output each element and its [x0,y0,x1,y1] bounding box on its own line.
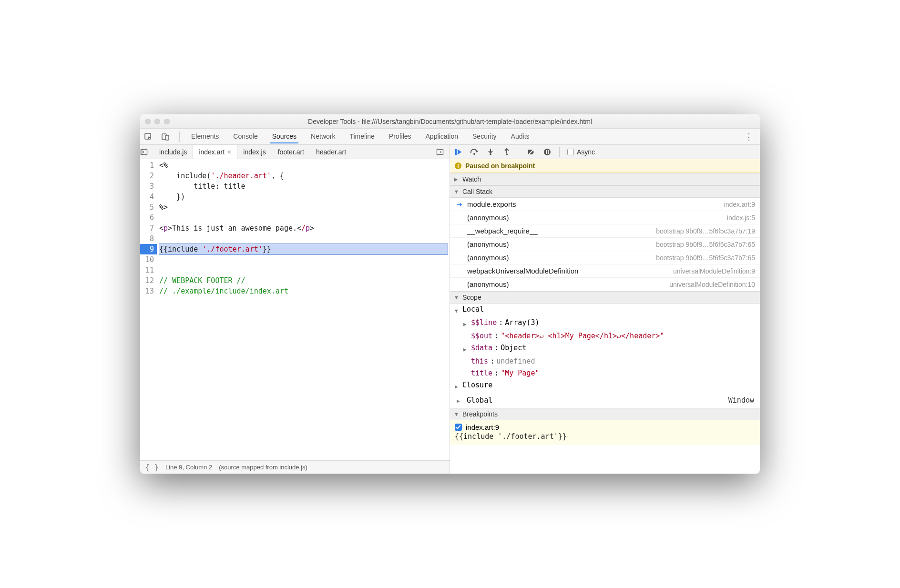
scope-section-header[interactable]: ▼ Scope [450,291,760,304]
navigator-toggle-icon[interactable] [140,148,153,156]
svg-rect-2 [165,135,169,140]
breakpoint-item[interactable]: index.art:9 [455,423,755,431]
frame-location: index.art:9 [724,201,755,208]
svg-point-9 [506,153,508,155]
source-map-info: (source mapped from include.js) [219,464,307,471]
panel-tabs-bar: ElementsConsoleSourcesNetworkTimelinePro… [140,129,760,145]
callstack-frame[interactable]: (anonymous)bootstrap 9b0f9…5f6f5c3a7b7:6… [450,251,760,264]
code-editor[interactable]: 12345678910111213 <% include('./header.a… [140,159,450,460]
svg-point-8 [490,153,491,155]
scope-variable[interactable]: $$out: "<header>↵ <h1>My Page</h1>↵</hea… [450,330,760,342]
file-tab[interactable]: include.js [153,145,193,159]
panel-tab-security[interactable]: Security [470,130,499,143]
scope-variable[interactable]: title: "My Page" [450,367,760,379]
code-content[interactable]: <% include('./header.art', { title: titl… [157,159,450,460]
triangle-icon: ▶ [454,176,460,182]
current-frame-icon: ➔ [457,201,463,208]
paused-message: Paused on breakpoint [465,162,535,170]
frame-location: index.js:5 [727,214,755,222]
callstack-frame[interactable]: webpackUniversalModuleDefinitionuniversa… [450,264,760,278]
frame-function: module.exports [467,200,720,208]
cursor-position: Line 9, Column 2 [165,464,212,471]
line-gutter[interactable]: 12345678910111213 [140,159,157,460]
svg-rect-16 [458,164,459,165]
breakpoint-label: index.art:9 [466,423,499,431]
callstack-frame[interactable]: (anonymous)universalModuleDefinition:10 [450,278,760,291]
breakpoints-list: index.art:9 {{include './footer.art'}} [450,420,760,445]
device-toggle-icon[interactable] [161,132,170,141]
paused-banner: Paused on breakpoint [450,159,760,173]
close-window-icon[interactable] [145,119,151,124]
frame-function: __webpack_require__ [467,227,652,235]
step-into-icon[interactable] [486,148,495,156]
async-checkbox[interactable]: Async [567,148,595,156]
source-pane: include.jsindex.art×index.jsfooter.arthe… [140,145,450,474]
panel-tab-elements[interactable]: Elements [189,130,221,143]
scope-variable[interactable]: ▶$$line: Array(3) [450,317,760,330]
pretty-print-icon[interactable]: { } [145,463,159,472]
file-tab[interactable]: footer.art [272,145,310,159]
scope-variable[interactable]: ▶$data: Object [450,342,760,355]
svg-rect-4 [141,149,143,154]
breakpoints-section-header[interactable]: ▼ Breakpoints [450,408,760,420]
step-out-icon[interactable] [502,148,511,156]
svg-point-11 [544,149,551,155]
frame-function: (anonymous) [467,213,723,222]
triangle-icon: ▼ [454,189,460,194]
frame-location: universalModuleDefinition:10 [669,281,755,288]
inspect-icon[interactable] [144,132,153,141]
panel-tab-timeline[interactable]: Timeline [348,130,376,143]
scope-closure[interactable]: ▶Closure [450,379,760,393]
pause-exceptions-icon[interactable] [543,148,552,156]
resume-icon[interactable] [454,148,462,156]
file-tab[interactable]: index.art× [193,145,237,159]
file-tab[interactable]: index.js [237,145,272,159]
panel-tab-audits[interactable]: Audits [509,130,532,143]
panel-tab-network[interactable]: Network [309,130,337,143]
scope-variable[interactable]: this: undefined [450,355,760,367]
frame-location: bootstrap 9b0f9…5f6f5c3a7b7:65 [656,254,755,262]
triangle-icon: ▼ [454,294,460,300]
scope-tree: ▼Local ▶$$line: Array(3)$$out: "<header>… [450,304,760,408]
watch-section-header[interactable]: ▶ Watch [450,173,760,185]
scope-global[interactable]: ▶ Global Window [450,393,760,408]
callstack-frame[interactable]: (anonymous)index.js:5 [450,211,760,224]
minimize-window-icon[interactable] [154,119,160,124]
devtools-window: Developer Tools - file:///Users/tangbin/… [140,114,760,474]
debugger-pane: Async Paused on breakpoint ▶ Watch ▼ Cal… [450,145,760,474]
title-bar: Developer Tools - file:///Users/tangbin/… [140,114,760,129]
svg-rect-13 [548,150,549,154]
more-tabs-icon[interactable] [436,148,450,156]
frame-location: bootstrap 9b0f9…5f6f5c3a7b7:19 [656,227,755,235]
panel-tab-sources[interactable]: Sources [270,130,298,143]
frame-function: (anonymous) [467,240,652,248]
file-tab[interactable]: header.art [310,145,352,159]
frame-location: universalModuleDefinition:9 [673,267,755,275]
file-tabs-bar: include.jsindex.art×index.jsfooter.arthe… [140,145,450,159]
panel-tab-application[interactable]: Application [424,130,460,143]
callstack-list: ➔module.exportsindex.art:9(anonymous)ind… [450,198,760,291]
svg-rect-15 [458,165,459,168]
info-icon [455,162,461,169]
scope-local[interactable]: ▼Local [450,304,760,317]
status-bar: { } Line 9, Column 2 (source mapped from… [140,460,450,474]
zoom-window-icon[interactable] [164,119,170,124]
more-icon[interactable]: ⋮ [742,132,756,142]
close-tab-icon[interactable]: × [227,148,231,156]
breakpoint-code: {{include './footer.art'}} [455,432,755,441]
panel-tab-profiles[interactable]: Profiles [387,130,413,143]
checkbox-icon[interactable] [455,424,462,431]
deactivate-breakpoints-icon[interactable] [527,148,535,156]
callstack-frame[interactable]: ➔module.exportsindex.art:9 [450,198,760,211]
step-over-icon[interactable] [470,148,479,156]
callstack-frame[interactable]: (anonymous)bootstrap 9b0f9…5f6f5c3a7b7:6… [450,238,760,251]
frame-location: bootstrap 9b0f9…5f6f5c3a7b7:65 [656,241,755,248]
callstack-section-header[interactable]: ▼ Call Stack [450,185,760,198]
window-title: Developer Tools - file:///Users/tangbin/… [145,118,755,125]
svg-rect-12 [546,150,547,154]
window-controls [145,119,170,124]
frame-function: (anonymous) [467,280,665,288]
frame-function: (anonymous) [467,253,652,262]
callstack-frame[interactable]: __webpack_require__bootstrap 9b0f9…5f6f5… [450,224,760,238]
panel-tab-console[interactable]: Console [231,130,259,143]
